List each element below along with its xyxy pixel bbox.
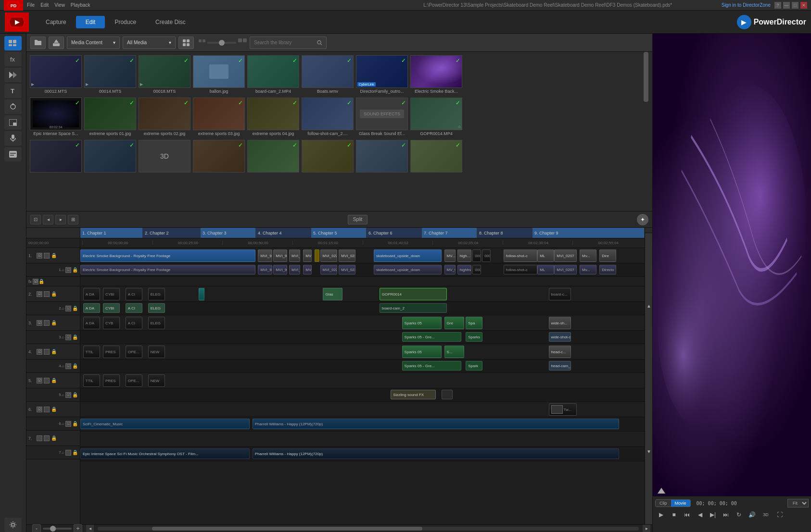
loop-btn[interactable]: ↻: [733, 510, 745, 520]
chapter-3[interactable]: 3. Chapter 3: [201, 228, 256, 238]
clip-00018-audio[interactable]: 00018: [472, 265, 481, 274]
transitions-icon[interactable]: [4, 68, 22, 82]
sub-6-lock[interactable]: 🔒: [72, 421, 78, 427]
clip-mv-audio[interactable]: MV: [303, 265, 312, 274]
clip-aci3[interactable]: A CI: [126, 317, 142, 329]
sign-in-link[interactable]: Sign in to DirectorZone: [722, 2, 771, 8]
maximize-button[interactable]: □: [792, 2, 798, 9]
track-3-check2[interactable]: [44, 320, 50, 326]
list-item[interactable]: ✓: [30, 140, 82, 174]
sub-6-check[interactable]: ☑: [65, 421, 71, 427]
list-item[interactable]: 3D: [139, 140, 190, 174]
minimize-button[interactable]: —: [783, 2, 790, 9]
menu-file[interactable]: File: [27, 2, 35, 8]
zoom-thumb[interactable]: [50, 526, 56, 532]
list-item[interactable]: ✓ Boats.wmv: [302, 55, 354, 95]
timeline-end-btn[interactable]: ⊞: [68, 215, 78, 224]
search-box[interactable]: [250, 37, 327, 49]
clip-eleg-sub[interactable]: ELEG: [148, 303, 165, 313]
clip-pharrell-music2[interactable]: Pharrell Williams - Happy (12PM)(720p): [253, 448, 619, 459]
filter-dropdown[interactable]: All Media ▾: [123, 37, 176, 49]
track-1-visibility[interactable]: ☑: [37, 253, 42, 259]
chapter-1[interactable]: 1. Chapter 1: [80, 228, 143, 238]
clip-pres5[interactable]: PRES: [103, 374, 120, 387]
chapter-8[interactable]: 8. Chapter 8: [477, 228, 532, 238]
track-2-check2[interactable]: [44, 291, 50, 297]
media-library-icon[interactable]: [4, 36, 22, 50]
split-btn[interactable]: Split: [348, 215, 367, 224]
subtitle-icon[interactable]: [4, 147, 22, 161]
sub-5-check[interactable]: ☑: [65, 392, 71, 398]
track-4-visibility[interactable]: ☑: [37, 349, 42, 355]
fullscreen-btn[interactable]: ⛶: [774, 510, 786, 520]
menu-playback[interactable]: Playback: [71, 2, 90, 8]
clip-ml-audio[interactable]: MV_0...: [444, 265, 456, 274]
clip-sparks4-sub[interactable]: Sparks 05 - Gre...: [402, 361, 461, 371]
effects-icon[interactable]: fx: [4, 52, 22, 66]
list-item[interactable]: SOUND EFFECTS ✓ Glass Break Sound Ef...: [356, 98, 408, 137]
track-7-check2[interactable]: [44, 435, 50, 441]
sub-5-lock[interactable]: 🔒: [72, 392, 78, 398]
clip-pres4[interactable]: PRES: [103, 346, 120, 358]
clip-0001b[interactable]: 0001: [482, 249, 491, 262]
track-5-visibility[interactable]: ☑: [37, 378, 42, 384]
clip-cybi[interactable]: CYBI: [103, 288, 120, 300]
scroll-left-btn[interactable]: ◂: [86, 525, 94, 532]
track-6-lock[interactable]: 🔒: [51, 407, 57, 412]
list-item[interactable]: ✓ 00:02:34 Epic Intense Space S...: [30, 98, 82, 137]
clip-sfx2[interactable]: [442, 390, 453, 399]
clip-mvi9[interactable]: MVI_9: [258, 249, 272, 262]
clip-sparks05[interactable]: Sparks 05: [402, 317, 442, 329]
sub-7-lock[interactable]: 🔒: [72, 450, 78, 456]
clip-board[interactable]: board-c...: [549, 288, 571, 300]
clip-sparks05-sub[interactable]: Sparks 05 - Gre...: [402, 332, 461, 342]
stop-btn[interactable]: ■: [668, 510, 680, 520]
content-type-dropdown[interactable]: Media Content ▾: [67, 37, 120, 49]
clip-cyb3[interactable]: CYB: [103, 317, 120, 329]
clip-ope5[interactable]: OPE...: [126, 374, 142, 387]
clip-new5[interactable]: NEW: [148, 374, 165, 387]
list-item[interactable]: ✓ ▶ 00012.MTS: [30, 55, 82, 95]
clip-gopr[interactable]: GOPR0014: [380, 288, 447, 300]
clip-ada3[interactable]: A DA: [83, 317, 100, 329]
play-btn[interactable]: ▶: [655, 510, 667, 520]
list-item[interactable]: ✓ board-cam_2.MP4: [247, 55, 299, 95]
clip-mvi0222-audio[interactable]: MVI_0222: [320, 265, 337, 274]
clip-mv3-audio[interactable]: Mv...: [580, 265, 596, 274]
clip-electric-smoke[interactable]: Electric Smoke Background - Royalty Free…: [80, 249, 255, 262]
track-4-check2[interactable]: [44, 349, 50, 355]
fx-lock[interactable]: 🔒: [38, 279, 44, 285]
clip-skateboard[interactable]: skateboard_upside_down: [374, 249, 442, 262]
chapter-9[interactable]: 9. Chapter 9: [532, 228, 645, 238]
new-folder-btn[interactable]: [30, 37, 46, 49]
track-1-check2[interactable]: [44, 253, 50, 259]
track-7-visibility-off[interactable]: □: [37, 435, 42, 441]
clip-mvi92-audio[interactable]: MVI_92: [289, 265, 300, 274]
timeline-scrollbar-thumb[interactable]: [152, 527, 423, 531]
track-1-lock[interactable]: 🔒: [51, 253, 57, 259]
clip-sizzling[interactable]: Sizzling sound FX: [391, 390, 436, 399]
clip-electric-smoke-audio[interactable]: Electric Smoke Background - Royalty Free…: [80, 265, 255, 274]
list-item[interactable]: ✓ Electric Smoke Back...: [410, 55, 462, 95]
chapter-6[interactable]: 6. Chapter 6: [367, 228, 422, 238]
timeline-home-btn[interactable]: ⊡: [30, 215, 41, 224]
clip-transition2[interactable]: [199, 288, 204, 300]
track-3-lock[interactable]: 🔒: [51, 320, 57, 326]
list-item[interactable]: ✓ CyberLink DirectorFamily_outro...: [356, 55, 408, 95]
list-item[interactable]: ✓ extreme sports 03.jpg: [193, 98, 245, 137]
grid-view-btn[interactable]: [178, 37, 194, 49]
clip-spar4-sub[interactable]: Spark: [466, 361, 482, 371]
clip-cybi-sub[interactable]: CYBI: [103, 303, 120, 313]
scroll-down-btn[interactable]: ▼: [645, 379, 652, 524]
clip-ada-sub[interactable]: A DA: [83, 303, 100, 313]
clip-spark-sub[interactable]: Sparks: [466, 332, 482, 342]
size-slider-thumb[interactable]: [219, 40, 225, 46]
sub-3-check[interactable]: ☑: [65, 334, 71, 340]
mute-btn[interactable]: 🔊: [746, 510, 758, 520]
produce-mode-btn[interactable]: Produce: [105, 16, 146, 28]
track-6-check2[interactable]: [44, 407, 50, 412]
track-2-visibility[interactable]: ☑: [37, 291, 42, 297]
chapter-5[interactable]: 5. Chapter 5: [311, 228, 367, 238]
clip-mvi923[interactable]: MVI_923: [273, 249, 287, 262]
clip-mv2[interactable]: MV...: [444, 249, 456, 262]
